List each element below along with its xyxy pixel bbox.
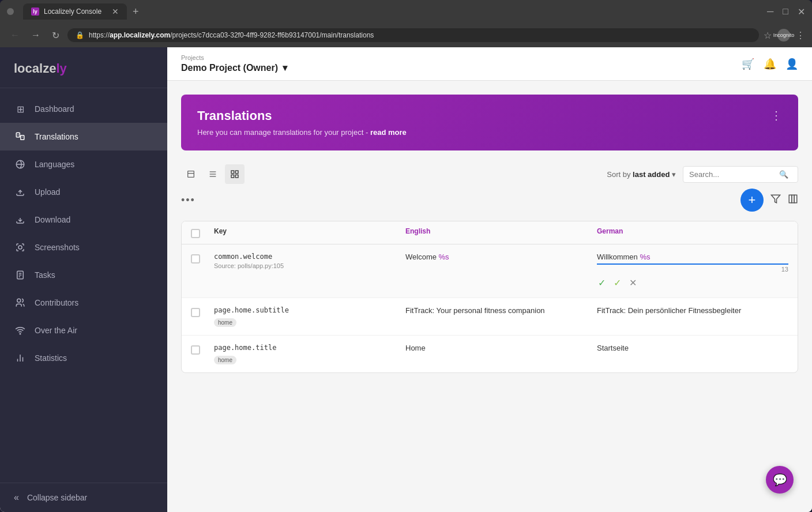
browser-window: ly Localizely Console ✕ + ─ □ ✕ ← → ↻ 🔒 … [0, 0, 812, 512]
svg-point-11 [17, 299, 21, 302]
add-translation-button[interactable]: + [740, 189, 764, 212]
project-dropdown-icon: ▾ [283, 62, 287, 73]
collapse-sidebar-button[interactable]: « Collapse sidebar [14, 492, 153, 503]
back-button[interactable]: ← [7, 28, 23, 43]
column-header-english: English [405, 227, 597, 238]
table-row: page.home.title home Home Startseite [182, 336, 798, 372]
tab-close-icon[interactable]: ✕ [112, 7, 119, 16]
restore-window-icon[interactable]: □ [783, 6, 788, 17]
main-content: Projects Demo Project (Owner) ▾ 🛒 🔔 👤 [167, 47, 812, 512]
char-count: 13 [597, 266, 788, 273]
select-all-checkbox[interactable] [191, 227, 214, 238]
row3-german-value[interactable]: Startseite [597, 344, 788, 352]
sidebar-item-screenshots[interactable]: Screenshots [0, 234, 167, 261]
collapse-icon: « [14, 492, 19, 503]
sidebar-item-languages[interactable]: Languages [0, 150, 167, 178]
sidebar-item-download[interactable]: Download [0, 206, 167, 234]
menu-icon[interactable]: ⋮ [796, 30, 805, 41]
forward-button[interactable]: → [28, 28, 44, 43]
row2-german-value[interactable]: FitTrack: Dein persönlicher Fitnessbegle… [597, 306, 788, 315]
row3-english-value: Home [405, 344, 597, 352]
dashboard-icon: ⊞ [14, 103, 27, 115]
translations-table: Key English German common.welcome Source… [181, 221, 798, 373]
row1-key-source: Source: polls/app.py:105 [214, 262, 399, 269]
sidebar-item-translations[interactable]: Translations [0, 123, 167, 150]
header-actions: 🛒 🔔 👤 [742, 58, 798, 70]
project-name-dropdown[interactable]: Demo Project (Owner) ▾ [181, 62, 287, 73]
tab-title: Localizely Console [44, 7, 102, 16]
filter-button[interactable] [770, 194, 781, 207]
cancel-edit-button[interactable]: ✕ [628, 276, 638, 289]
new-tab-button[interactable]: + [129, 6, 142, 18]
row1-key-name: common.welcome [214, 253, 399, 261]
column-header-key: Key [214, 227, 405, 238]
sidebar-item-dashboard[interactable]: ⊞ Dashboard [0, 95, 167, 123]
sidebar-label-upload: Upload [35, 187, 60, 197]
sidebar-label-download: Download [35, 215, 70, 224]
sidebar-item-upload[interactable]: Upload [0, 178, 167, 206]
project-name-text: Demo Project (Owner) [181, 63, 278, 73]
close-window-icon[interactable]: ✕ [798, 6, 805, 17]
upload-icon [14, 186, 27, 198]
sidebar-label-contributors: Contributors [35, 298, 78, 307]
row2-tag: home [214, 318, 236, 327]
projects-breadcrumb: Projects [181, 54, 287, 61]
table-header: Key English German [182, 221, 798, 244]
sidebar-item-tasks[interactable]: Tasks [0, 261, 167, 289]
active-tab[interactable]: ly Localizely Console ✕ [23, 3, 127, 20]
hero-banner: Translations Here you can manage transla… [181, 95, 798, 150]
view-list-button[interactable] [203, 164, 223, 184]
row2-key-name: page.home.subtitle [214, 306, 399, 314]
minimize-window-icon[interactable]: ─ [767, 6, 773, 17]
sidebar-item-contributors[interactable]: Contributors [0, 289, 167, 317]
read-more-link[interactable]: read more [370, 128, 407, 137]
cart-icon[interactable]: 🛒 [742, 58, 754, 70]
save-translation-button[interactable]: ✓ [597, 276, 607, 289]
more-options-button[interactable]: ••• [181, 194, 196, 206]
main-header: Projects Demo Project (Owner) ▾ 🛒 🔔 👤 [167, 47, 812, 81]
sidebar-label-dashboard: Dashboard [35, 104, 74, 114]
view-grid-button[interactable] [225, 164, 245, 184]
translations-icon [14, 130, 27, 143]
collapse-label: Collapse sidebar [27, 493, 87, 502]
statistics-icon [14, 352, 27, 364]
browser-titlebar: ly Localizely Console ✕ + ─ □ ✕ [0, 0, 812, 23]
row1-checkbox[interactable] [191, 253, 214, 263]
column-header-german: German [597, 227, 788, 238]
columns-button[interactable] [788, 194, 798, 207]
sidebar-item-statistics[interactable]: Statistics [0, 344, 167, 372]
sidebar-label-statistics: Statistics [35, 353, 67, 363]
save-next-button[interactable]: ✓ [612, 276, 622, 289]
notifications-icon[interactable]: 🔔 [764, 58, 776, 70]
table-row: page.home.subtitle home FitTrack: Your p… [182, 298, 798, 336]
tab-bar: ly Localizely Console ✕ + [23, 3, 755, 20]
row1-german-edit[interactable]: Willkommen %s 13 ✓ ✓ ✕ [597, 253, 788, 289]
app-logo: localzely [0, 47, 167, 88]
row3-checkbox[interactable] [191, 344, 214, 355]
account-icon[interactable]: 👤 [785, 58, 798, 70]
edit-actions: ✓ ✓ ✕ [597, 276, 788, 289]
sidebar-label-over-the-air: Over the Air [35, 326, 77, 335]
reload-button[interactable]: ↻ [48, 28, 63, 43]
sort-dropdown[interactable]: Sort by last added ▾ [607, 170, 676, 179]
page-content: Translations Here you can manage transla… [167, 81, 812, 512]
bookmark-icon[interactable]: ☆ [764, 30, 772, 41]
project-selector[interactable]: Projects Demo Project (Owner) ▾ [181, 54, 287, 73]
view-controls [181, 164, 245, 184]
chat-fab-button[interactable]: 💬 [766, 466, 794, 494]
hero-menu-icon[interactable]: ⋮ [770, 108, 782, 122]
profile-icon[interactable]: Incognito [777, 29, 790, 42]
search-input[interactable] [689, 170, 776, 179]
window-controls [7, 8, 14, 15]
sort-arrow: ▾ [672, 170, 676, 179]
row3-key-name: page.home.title [214, 344, 399, 352]
hero-title: Translations [197, 108, 407, 123]
search-box[interactable]: 🔍 [683, 166, 798, 183]
view-simple-button[interactable] [181, 164, 201, 184]
svg-rect-16 [188, 171, 194, 178]
sidebar-item-over-the-air[interactable]: Over the Air [0, 317, 167, 344]
address-bar[interactable]: 🔒 https://app.localizely.com/projects/c7… [67, 28, 759, 42]
row2-checkbox[interactable] [191, 306, 214, 317]
minimize-btn[interactable] [7, 8, 14, 15]
browser-toolbar: ← → ↻ 🔒 https://app.localizely.com/proje… [0, 23, 812, 47]
